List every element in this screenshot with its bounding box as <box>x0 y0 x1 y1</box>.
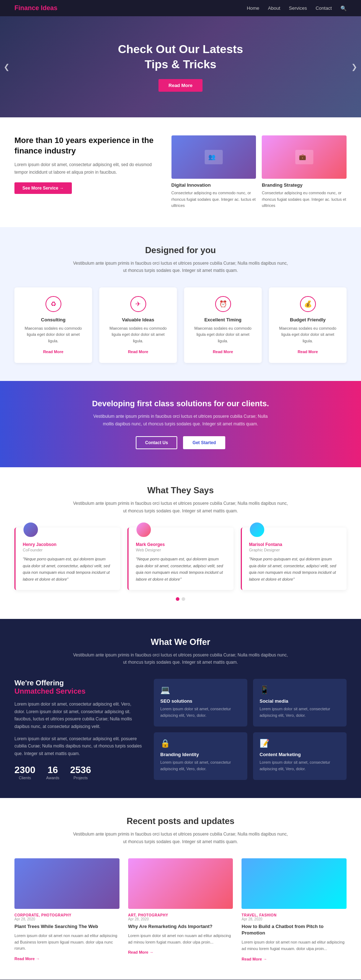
cta-banner: Developing first class solutions for our… <box>0 381 361 467</box>
testimonial-quote-2: "Neque porro quisquam est, qui dolorem i… <box>136 556 226 583</box>
testimonials-row: Henry Jacobson CoFounder "Neque porro qu… <box>14 528 347 590</box>
about-images: 👥 Digital Innovation Consectetur adipisc… <box>172 135 347 209</box>
nav-home[interactable]: Home <box>247 5 259 11</box>
hero-arrow-left[interactable]: ❮ <box>3 62 10 71</box>
about-img-1-desc: Consectetur adipiscing eu commodo nunc, … <box>172 190 256 209</box>
offer-inner: We're OfferingUnmatched Services Lorem i… <box>14 679 347 780</box>
get-started-button[interactable]: Get Started <box>183 436 225 449</box>
testimonial-avatar-1 <box>23 522 39 538</box>
content-title: Content Marketing <box>259 752 340 757</box>
offer-title: What We Offer <box>14 637 347 647</box>
budget-link[interactable]: Read More <box>297 350 318 354</box>
post-body-1: Lorem ipsum dolor sit amet non nuuam ad … <box>14 933 119 952</box>
consulting-link[interactable]: Read More <box>43 350 63 354</box>
post-title-2: Why Are Remarketing Ads Important? <box>128 923 233 930</box>
offer-card-content: 📝 Content Marketing Lorem ipsum dolor si… <box>253 732 347 780</box>
post-title-1: Plant Trees While Searching The Web <box>14 923 119 930</box>
nav-links: Home About Services Contact 🔍 <box>247 5 347 11</box>
testimonial-role-2: Web Designer <box>136 548 226 552</box>
testimonial-role-3: Graphic Designer <box>249 548 339 552</box>
branding-body: Lorem ipsum dolor sit amet, consectetur … <box>160 759 241 772</box>
testimonial-card-2: Mark Georges Web Designer "Neque porro q… <box>127 528 233 590</box>
post-card-1: Corporate, Photography Apr 28, 2020 Plan… <box>14 858 119 962</box>
search-icon[interactable]: 🔍 <box>340 5 347 11</box>
svg-text:👥: 👥 <box>208 153 216 160</box>
offer-section: What We Offer Vestibulum ante ipsum prim… <box>0 619 361 799</box>
about-body: Lorem ipsum dolor sit amet, consectetur … <box>14 161 161 176</box>
about-image-1: 👥 Digital Innovation Consectetur adipisc… <box>172 135 256 209</box>
offer-card-social: 📱 Social media Lorem ipsum dolor sit ame… <box>253 679 347 727</box>
about-cta-button[interactable]: See More Service → <box>14 182 72 194</box>
testimonial-quote-3: "Neque porro quisquam est, qui dolorem i… <box>249 556 339 583</box>
nav-about[interactable]: About <box>268 5 280 11</box>
stat-projects-label: Projects <box>70 776 91 780</box>
budget-icon: 💰 <box>300 296 316 312</box>
cta-headline: Developing first class solutions for our… <box>14 399 347 408</box>
logo: Finance Ideas <box>14 4 57 12</box>
post-cat-2: Art, Photography <box>128 913 233 917</box>
designed-section: Designed for you Vestibulum ante ipsum p… <box>0 227 361 381</box>
consulting-title: Consulting <box>22 317 85 323</box>
consulting-body: Maecenas sodales eu commodo ligula eget … <box>22 325 85 344</box>
post-body-3: Lorem ipsum dolor sit amet non nuuam ad … <box>242 939 347 952</box>
ideas-icon: ✈ <box>130 296 146 312</box>
designed-title: Designed for you <box>14 245 347 255</box>
feature-card-ideas: ✈ Valuable Ideas Maecenas sodales eu com… <box>99 288 177 363</box>
hero-content: Check Out Our Latests Tips & Tricks Read… <box>118 42 243 92</box>
branding-title: Branding Identity <box>160 752 241 757</box>
nav-services[interactable]: Services <box>289 5 307 11</box>
stat-clients-number: 2300 <box>14 764 35 776</box>
testimonial-card-3: Marisol Fontana Graphic Designer "Neque … <box>241 528 347 590</box>
hero-cta-button[interactable]: Read More <box>159 79 202 92</box>
stat-awards-number: 16 <box>46 764 59 776</box>
feature-card-timing: ⏰ Excellent Timing Maecenas sodales eu c… <box>184 288 262 363</box>
svg-text:💼: 💼 <box>299 153 306 160</box>
content-body: Lorem ipsum dolor sit amet, consectetur … <box>259 759 340 772</box>
post-link-3[interactable]: Read More → <box>242 957 267 961</box>
post-link-2[interactable]: Read More → <box>128 950 153 955</box>
content-icon: 📝 <box>259 739 340 748</box>
offer-right: 💻 SEO solutions Lorem ipsum dolor sit am… <box>154 679 347 780</box>
testimonial-role-1: CoFounder <box>23 548 113 552</box>
testimonials-section: What They Says Vestibulum ante ipsum pri… <box>0 467 361 619</box>
hero-arrow-right[interactable]: ❯ <box>351 62 358 71</box>
feature-card-consulting: ♻ Consulting Maecenas sodales eu commodo… <box>14 288 92 363</box>
about-text: More than 10 years experience in the fin… <box>14 135 161 209</box>
consulting-icon: ♻ <box>46 296 61 312</box>
post-body-2: Lorem ipsum dolor sit amet non nuuam ad … <box>128 933 233 945</box>
offer-subtitle: Vestibulum ante ipsum primis in faucibus… <box>72 651 289 666</box>
dot-1[interactable] <box>176 597 180 601</box>
contact-us-button[interactable]: Contact Us <box>136 436 177 449</box>
branding-icon: 🔒 <box>160 739 241 748</box>
social-icon: 📱 <box>259 685 340 695</box>
post-card-2: Art, Photography Apr 28, 2020 Why Are Re… <box>128 858 233 962</box>
feature-card-budget: 💰 Budget Friendly Maecenas sodales eu co… <box>269 288 347 363</box>
stat-clients-label: Clients <box>14 776 35 780</box>
timing-link[interactable]: Read More <box>213 350 233 354</box>
cta-buttons: Contact Us Get Started <box>14 436 347 449</box>
nav-contact[interactable]: Contact <box>315 5 332 11</box>
about-section: More than 10 years experience in the fin… <box>0 117 361 227</box>
budget-body: Maecenas sodales eu commodo ligula eget … <box>276 325 339 344</box>
dot-2[interactable] <box>181 597 185 601</box>
post-card-3: Travel, Fashion Apr 28, 2020 How to Buil… <box>242 858 347 962</box>
feature-cards: ♻ Consulting Maecenas sodales eu commodo… <box>14 288 347 363</box>
stat-clients: 2300 Clients <box>14 764 35 780</box>
seo-icon: 💻 <box>160 685 241 695</box>
post-date-2: Apr 28, 2020 <box>128 917 233 921</box>
budget-title: Budget Friendly <box>276 317 339 323</box>
hero-headline: Check Out Our Latests Tips & Tricks <box>118 42 243 72</box>
about-heading: More than 10 years experience in the fin… <box>14 135 161 156</box>
about-img-2-title: Branding Strategy <box>262 182 347 188</box>
ideas-link[interactable]: Read More <box>128 350 148 354</box>
offer-left-heading: We're OfferingUnmatched Services <box>14 679 143 695</box>
logo-text: Finance <box>14 4 41 11</box>
post-img-2 <box>128 858 233 909</box>
stats-row: 2300 Clients 16 Awards 2536 Projects <box>14 764 143 780</box>
post-link-1[interactable]: Read More → <box>14 956 40 961</box>
posts-subtitle: Vestibulum ante ipsum primis in faucibus… <box>72 830 289 845</box>
testimonials-subtitle: Vestibulum ante ipsum primis in faucibus… <box>72 500 289 515</box>
social-body: Lorem ipsum dolor sit amet, consectetur … <box>259 706 340 719</box>
stat-awards: 16 Awards <box>46 764 59 780</box>
posts-section: Recent posts and updates Vestibulum ante… <box>0 798 361 979</box>
